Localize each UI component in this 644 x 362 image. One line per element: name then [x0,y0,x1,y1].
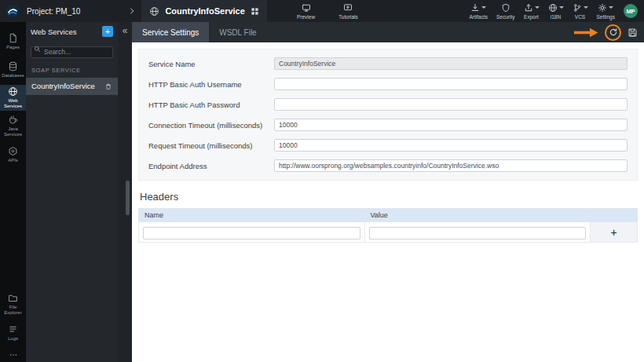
security-button[interactable]: Security [496,3,514,20]
apps-grid-icon[interactable] [251,7,259,16]
form-row: Endpoint Address [148,155,628,176]
settings-menu-button[interactable]: Settings [597,3,616,20]
sidebar-item-pages[interactable]: Pages [0,28,26,54]
delete-service-button[interactable] [104,82,112,90]
security-label: Security [496,14,514,20]
export-icon [524,3,533,13]
service-artifact-tab[interactable]: CountryInfoService [141,0,266,22]
service-name-label: Service Name [148,60,274,68]
trash-icon [104,82,112,90]
request-timeout-input[interactable] [274,139,628,152]
sidebar-item-java-services[interactable]: Java Services [0,113,26,139]
service-tab-label: CountryInfoService [165,6,244,16]
form-row: Request Timeout (milliseconds) [148,135,628,155]
basic-auth-username-input[interactable] [274,78,628,90]
basic-auth-password-label: HTTP Basic Auth Password [148,101,274,109]
settings-label: Settings [597,14,616,20]
api-hexagon-icon [8,146,18,156]
export-label: Export [524,14,539,20]
caret-down-icon [559,6,564,9]
folder-icon [8,293,18,303]
service-item-label: CountryInfoService [31,82,101,90]
endpoint-address-label: Endpoint Address [148,162,274,170]
sidebar-item-logs[interactable]: Logs [0,320,26,346]
header-col-actions [591,209,638,222]
sidebar-item-apis[interactable]: APIs [0,141,26,167]
sidebar-item-databases[interactable]: Databases [0,57,26,82]
service-list-item[interactable]: CountryInfoService [26,78,118,95]
pages-document-icon [8,33,18,43]
add-header-row-button[interactable]: + [610,227,617,238]
main-area: Service Settings WSDL File [132,22,644,362]
web-services-globe-icon [8,86,18,97]
save-service-button[interactable] [628,27,638,38]
logs-list-icon [8,324,18,335]
add-service-button[interactable]: + [102,26,113,37]
search-icon [34,46,41,53]
chevron-right-icon[interactable] [129,8,135,14]
service-settings-content: Service Name HTTP Basic Auth Username HT… [132,42,644,362]
sidebar-bottom-group: File Explorer Logs [0,291,26,362]
i18n-globe-icon [548,3,558,13]
preview-monitor-icon [302,3,311,13]
header-name-input[interactable] [143,227,360,240]
database-icon [8,61,18,71]
basic-auth-password-input[interactable] [274,98,628,111]
topbar: Project: PM_10 CountryInfoService Previe… [0,0,644,22]
service-name-input [274,57,628,70]
headers-table: Name Value + [138,208,638,243]
project-label: Project: PM_10 [27,7,80,16]
settings-gear-icon [598,3,607,13]
endpoint-address-input[interactable] [274,159,628,172]
tabbar-actions [573,24,644,41]
service-settings-form: Service Name HTTP Basic Auth Username HT… [138,49,638,181]
panel-title: Web Services [31,27,99,36]
vcs-label: VCS [575,14,585,20]
form-row: Connection Timeout (milliseconds) [148,115,628,135]
vcs-menu-button[interactable]: VCS [573,3,588,20]
headers-table-header-row: Name Value [139,209,638,222]
collapse-panel-button[interactable]: « [123,26,128,35]
artifacts-menu-button[interactable]: Artifacts [470,3,488,20]
annotation-arrow [573,27,598,38]
panel-splitter[interactable]: « [118,22,132,362]
refresh-icon [609,27,618,37]
tutorials-label: Tutorials [338,14,358,20]
java-coffee-icon [8,115,18,125]
header-col-name: Name [139,209,365,222]
connection-timeout-input[interactable] [274,119,628,131]
soap-service-section-label: SOAP SERVICE [26,61,118,78]
globe-icon [149,6,159,16]
tab-wsdl-file[interactable]: WSDL File [209,22,266,42]
search-box [31,43,113,58]
search-input[interactable] [31,46,113,58]
reload-service-button[interactable] [609,27,618,37]
preview-button[interactable]: Preview [297,3,315,20]
headers-section-title: Headers [140,191,638,203]
topbar-center: Preview Tutorials [297,0,358,22]
more-options-button[interactable] [0,348,26,362]
tab-service-settings[interactable]: Service Settings [132,22,209,42]
request-timeout-label: Request Timeout (milliseconds) [148,141,274,150]
tutorials-button[interactable]: Tutorials [338,3,358,20]
scrollbar-thumb[interactable] [126,181,130,215]
i18n-menu-button[interactable]: i18N [548,3,564,20]
caret-down-icon [584,6,588,9]
sidebar-item-file-explorer[interactable]: File Explorer [0,291,26,317]
user-avatar[interactable]: MP [624,4,638,18]
app-logo-icon[interactable] [5,3,20,19]
caret-down-icon [609,6,613,9]
header-value-input[interactable] [369,227,587,240]
connection-timeout-label: Connection Timeout (milliseconds) [148,121,274,130]
topbar-right: Artifacts Security Export i18N [470,3,639,20]
artifacts-download-icon [470,3,480,13]
header-col-value: Value [364,209,591,222]
headers-table-row: + [139,222,638,243]
form-row: HTTP Basic Auth Username [148,74,628,94]
annotation-circle [605,24,621,41]
ellipsis-icon [9,350,18,360]
export-menu-button[interactable]: Export [524,3,540,20]
security-shield-icon [501,3,510,13]
artifacts-label: Artifacts [470,14,488,20]
sidebar-item-web-services[interactable]: Web Services [0,85,26,111]
